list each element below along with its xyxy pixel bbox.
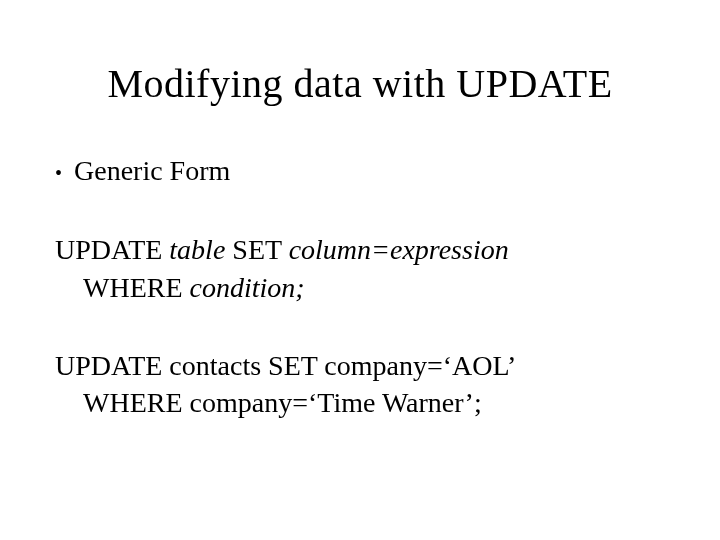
example-line-2: WHERE company=‘Time Warner’; [83, 384, 665, 422]
bullet-label: Generic Form [74, 155, 230, 187]
generic-line-2: WHERE condition; [83, 269, 665, 307]
bullet-icon: • [55, 159, 62, 187]
slide-content: • Generic Form UPDATE table SET column=e… [55, 155, 665, 422]
bullet-item: • Generic Form [55, 155, 665, 187]
generic-form-block: UPDATE table SET column=expression WHERE… [55, 231, 665, 307]
placeholder-colexpr: column=expression [289, 234, 509, 265]
example-block: UPDATE contacts SET company=‘AOL’ WHERE … [55, 347, 665, 423]
kw-update: UPDATE [55, 234, 169, 265]
placeholder-table: table [169, 234, 225, 265]
example-line-1: UPDATE contacts SET company=‘AOL’ [55, 347, 665, 385]
generic-line-1: UPDATE table SET column=expression [55, 231, 665, 269]
placeholder-condition: condition; [190, 272, 305, 303]
slide-title: Modifying data with UPDATE [55, 60, 665, 107]
kw-where: WHERE [83, 272, 190, 303]
kw-set: SET [225, 234, 288, 265]
